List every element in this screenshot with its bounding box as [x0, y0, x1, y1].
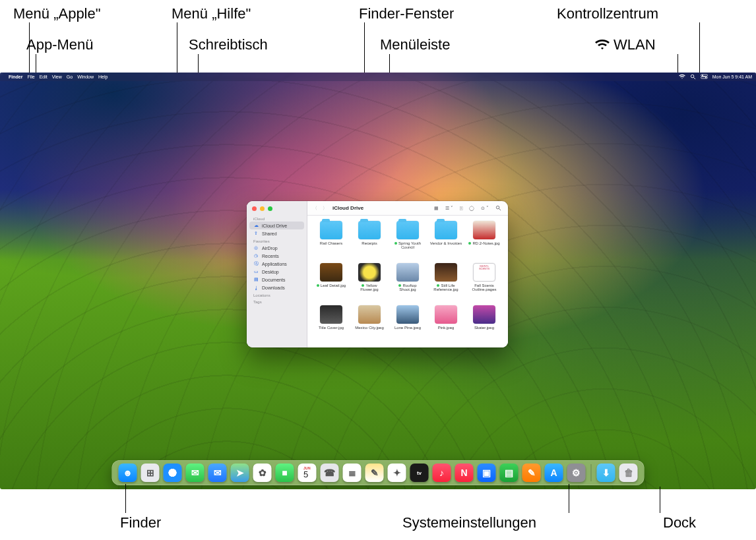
dock-app-app-store[interactable]: A — [545, 464, 563, 482]
leader-control-center — [699, 22, 700, 78]
tags-button[interactable]: ◯ — [468, 206, 476, 211]
dock-app-launchpad[interactable]: ⊞ — [141, 464, 160, 482]
window-zoom-button[interactable] — [268, 206, 272, 211]
tag-dot-icon — [362, 284, 364, 287]
file-name: Fall Scents Outline.pages — [468, 284, 501, 292]
dock-app-music[interactable]: ♪ — [433, 464, 451, 482]
file-item[interactable]: Title Cover.jpg — [314, 305, 348, 344]
file-name: RD.2-Notes.jpg — [468, 241, 499, 245]
svg-line-7 — [499, 208, 501, 210]
dock-app-photos[interactable]: ✿ — [253, 464, 272, 482]
desktop-icon: ▭ — [253, 269, 259, 274]
callout-desktop: Schreibtisch — [189, 36, 268, 53]
wifi-icon — [595, 37, 610, 54]
file-item[interactable]: Lone Pine.jpeg — [391, 305, 425, 344]
dock-app-tv[interactable]: tv — [410, 464, 429, 482]
search-button[interactable] — [494, 205, 503, 212]
wifi-status-icon[interactable] — [679, 74, 685, 80]
dock-app-contacts[interactable]: ☎ — [321, 464, 339, 482]
menu-view[interactable]: View — [52, 75, 62, 79]
menu-go[interactable]: Go — [67, 75, 73, 79]
dock-app-reminders[interactable]: ≣ — [343, 464, 362, 482]
dock-app-keynote[interactable]: ▣ — [478, 464, 496, 482]
sidebar-item-downloads[interactable]: ⭳Downloads — [249, 284, 304, 291]
window-minimize-button[interactable] — [260, 206, 265, 211]
callout-wlan: WLAN — [595, 36, 656, 54]
menu-help[interactable]: Help — [98, 75, 108, 79]
leader-dock — [660, 487, 660, 513]
dock-divider — [591, 464, 592, 481]
sidebar-item-desktop[interactable]: ▭Desktop — [249, 268, 304, 276]
control-center-icon[interactable] — [701, 74, 708, 80]
menubar-clock[interactable]: Mon Jun 5 9:41 AM — [712, 75, 752, 79]
sidebar-item-shared[interactable]: ⇪Shared — [249, 229, 304, 237]
dock-app-calendar[interactable]: JUN5 — [298, 464, 317, 482]
airdrop-icon: ◎ — [253, 245, 259, 251]
file-name: Still Life Reference.jpg — [429, 284, 462, 292]
dock-app-messages[interactable]: ✉ — [186, 464, 205, 482]
leader-apple-menu — [29, 22, 30, 78]
sidebar-item-applications[interactable]: ⒶApplications — [249, 260, 304, 268]
file-thumbnail: SK/NTLSCENTS — [473, 263, 495, 282]
file-item[interactable]: SK/NTLSCENTSFall Scents Outline.pages — [467, 263, 501, 301]
file-item[interactable]: Pink.jpeg — [429, 305, 463, 344]
sidebar-section-tags: Tags — [249, 298, 304, 305]
callout-system-settings: Systemeinstellungen — [402, 514, 536, 531]
sidebar-item-icloud-drive[interactable]: ☁︎iCloud Drive — [249, 222, 304, 229]
file-item[interactable]: Rooftop Shoot.jpg — [391, 263, 425, 301]
folder-icon — [320, 221, 342, 239]
dock-app-facetime[interactable]: ■ — [276, 464, 294, 482]
app-menu[interactable]: Finder — [9, 75, 22, 79]
tag-dot-icon — [317, 284, 319, 287]
sidebar-item-airdrop[interactable]: ◎AirDrop — [249, 244, 304, 252]
svg-point-3 — [702, 75, 703, 76]
sidebar-item-recents[interactable]: ◷Recents — [249, 252, 304, 260]
dock-app-news[interactable]: N — [455, 464, 474, 482]
spotlight-icon[interactable] — [690, 74, 696, 80]
finder-window[interactable]: iCloud ☁︎iCloud Drive ⇪Shared Favorites … — [247, 201, 508, 347]
file-thumbnail — [396, 263, 419, 282]
view-icons-button[interactable]: ▦ — [433, 206, 440, 211]
svg-point-6 — [496, 206, 499, 209]
file-item[interactable]: Yellow Flower.jpg — [352, 263, 387, 301]
file-name: Skater.jpeg — [474, 326, 494, 330]
file-name: Vendor & Invoices — [430, 241, 462, 245]
dock-app-freeform[interactable]: ✦ — [388, 464, 406, 482]
dock-app-safari[interactable] — [164, 464, 182, 482]
dock-trash[interactable]: 🗑 — [619, 464, 638, 482]
share-button[interactable]: ⍐ — [458, 206, 464, 210]
file-item[interactable]: Mexico City.jpeg — [352, 305, 387, 344]
file-item[interactable]: Leaf Detail.jpg — [314, 263, 348, 301]
dock-app-system-settings[interactable]: ⚙ — [567, 464, 586, 482]
dock-app-notes[interactable]: ✎ — [365, 464, 384, 482]
dock[interactable]: ☻⊞✉✉➤✿■JUN5☎≣✎✦tv♪N▣▤✎A⚙⬇🗑 — [112, 460, 645, 485]
finder-icon-grid[interactable]: Rail ChasersReceiptsSpring Youth Council… — [307, 216, 508, 347]
finder-toolbar: 〈 〉 iCloud Drive ▦ ☰ ˅ ⍐ ◯ ⊙ ˅ — [307, 201, 508, 216]
dock-app-pages[interactable]: ✎ — [522, 464, 541, 482]
file-item[interactable]: Skater.jpeg — [467, 305, 501, 344]
window-close-button[interactable] — [252, 206, 257, 211]
file-item[interactable]: Rail Chasers — [314, 221, 348, 259]
menu-file[interactable]: File — [27, 75, 34, 79]
menu-edit[interactable]: Edit — [40, 75, 47, 79]
action-menu-button[interactable]: ⊙ ˅ — [480, 206, 490, 211]
menu-window[interactable]: Window — [77, 75, 94, 79]
dock-app-mail[interactable]: ✉ — [208, 464, 227, 482]
dock-app-finder[interactable]: ☻ — [119, 464, 137, 482]
documents-icon: ▤ — [253, 277, 259, 282]
file-item[interactable]: Spring Youth Council — [391, 221, 425, 259]
svg-line-1 — [693, 77, 695, 79]
file-item[interactable]: Still Life Reference.jpg — [429, 263, 463, 301]
file-item[interactable]: Vendor & Invoices — [429, 221, 463, 259]
nav-back-button[interactable]: 〈 — [313, 205, 317, 212]
callout-finder-dock: Finder — [120, 514, 161, 531]
file-item[interactable]: RD.2-Notes.jpg — [467, 221, 501, 259]
nav-forward-button[interactable]: 〉 — [323, 205, 327, 212]
dock-app-numbers[interactable]: ▤ — [500, 464, 519, 482]
dock-app-maps[interactable]: ➤ — [231, 464, 249, 482]
group-menu-button[interactable]: ☰ ˅ — [444, 206, 455, 211]
dock-downloads[interactable]: ⬇ — [597, 464, 615, 482]
finder-sidebar: iCloud ☁︎iCloud Drive ⇪Shared Favorites … — [247, 201, 307, 347]
file-item[interactable]: Receipts — [352, 221, 387, 259]
sidebar-item-documents[interactable]: ▤Documents — [249, 276, 304, 284]
